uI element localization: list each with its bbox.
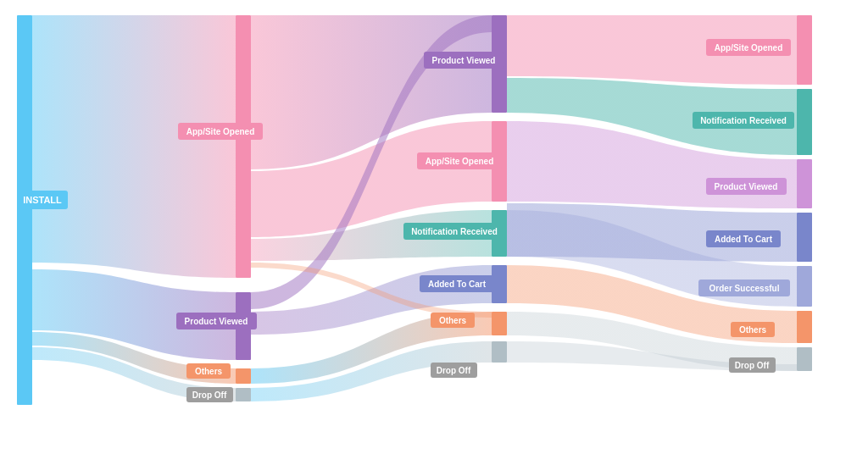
- label-install: INSTALL: [23, 195, 62, 205]
- label-order-successful: Order Successful: [709, 284, 780, 293]
- label-dropoff-1: Drop Off: [192, 390, 227, 400]
- label-product-viewed-1: Product Viewed: [185, 317, 248, 326]
- label-notif-received-2: Notification Received: [700, 116, 787, 125]
- flow-install-app1: [32, 15, 236, 278]
- node-others-1: [236, 368, 251, 384]
- node-added-to-cart-2: [797, 213, 812, 262]
- label-product-viewed-3: Product Viewed: [715, 182, 778, 191]
- label-app-opened-2: App/Site Opened: [426, 157, 494, 166]
- node-dropoff-1: [236, 388, 251, 401]
- label-added-to-cart-1: Added To Cart: [428, 280, 487, 289]
- label-app-opened-3: App/Site Opened: [715, 43, 783, 53]
- node-app-opened-1: [236, 15, 251, 278]
- node-app-opened-3: [797, 15, 812, 85]
- label-dropoff-2: Drop Off: [437, 366, 471, 375]
- node-others-2: [492, 312, 507, 335]
- label-notif-received-1: Notification Received: [411, 227, 498, 236]
- node-product-viewed-3: [797, 159, 812, 208]
- node-dropoff-3: [797, 347, 812, 371]
- label-others-2: Others: [439, 316, 467, 325]
- node-others-3: [797, 311, 812, 343]
- sankey-chart: INSTALL App/Site Opened Product Viewed O…: [0, 0, 868, 454]
- node-install: [17, 15, 32, 405]
- label-others-3: Others: [739, 325, 767, 335]
- label-added-to-cart-2: Added To Cart: [715, 235, 773, 244]
- label-dropoff-3: Drop Off: [735, 361, 770, 370]
- node-order-successful: [797, 266, 812, 307]
- node-notif-received-2: [797, 89, 812, 155]
- label-others-1: Others: [195, 367, 223, 376]
- node-dropoff-2: [492, 341, 507, 363]
- label-product-viewed-2: Product Viewed: [432, 56, 496, 65]
- label-app-opened-1: App/Site Opened: [186, 127, 255, 136]
